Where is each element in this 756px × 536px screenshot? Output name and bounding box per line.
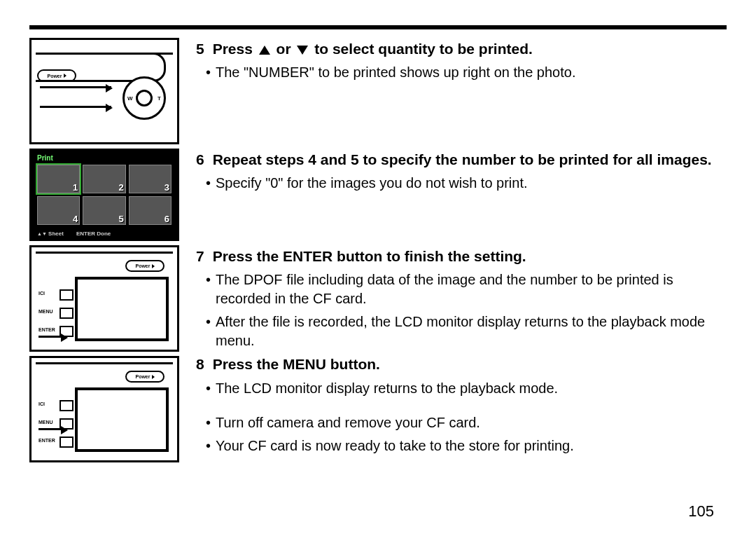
play-icon bbox=[152, 264, 155, 268]
thumbnail: 6 bbox=[129, 196, 172, 225]
figure-step-5: Power W T bbox=[29, 38, 179, 144]
arrow-icon bbox=[40, 106, 111, 108]
print-title: Print bbox=[37, 154, 172, 162]
top-rule bbox=[29, 25, 727, 29]
bullet: Specify "0" for the images you do not wi… bbox=[206, 174, 727, 193]
bullet: Turn off camera and remove your CF card. bbox=[206, 413, 727, 432]
step-8-bullets: The LCD monitor display returns to the p… bbox=[196, 379, 727, 455]
thumbnail: 1 bbox=[37, 165, 80, 193]
step-5-bullets: The "NUMBER" to be printed shows up righ… bbox=[196, 63, 727, 82]
thumbnail: 2 bbox=[83, 165, 125, 193]
up-triangle-icon bbox=[259, 46, 270, 55]
row-step-6: Print 1 2 3 4 5 6 ▲▼ Sheet ENTER Done bbox=[29, 149, 727, 241]
bullet: After the file is recorded, the LCD moni… bbox=[206, 312, 727, 350]
arrow-icon bbox=[38, 336, 66, 338]
play-icon bbox=[64, 74, 66, 78]
row-step-5: Power W T 5 Press bbox=[29, 38, 727, 144]
step-6-bullets: Specify "0" for the images you do not wi… bbox=[196, 174, 727, 193]
power-label: Power bbox=[125, 371, 164, 383]
power-label: Power bbox=[37, 69, 76, 82]
page-number: 105 bbox=[688, 502, 714, 521]
play-icon bbox=[152, 375, 155, 379]
step-5-heading: 5 Press or to select quantity to be prin… bbox=[196, 39, 727, 59]
arrow-icon bbox=[40, 86, 111, 88]
content: Power W T 5 Press bbox=[29, 38, 727, 462]
dpad-icon: W T bbox=[122, 76, 166, 120]
bullet: The "NUMBER" to be printed shows up righ… bbox=[206, 63, 727, 82]
arrow-icon bbox=[38, 428, 66, 430]
figure-step-6: Print 1 2 3 4 5 6 ▲▼ Sheet ENTER Done bbox=[29, 149, 179, 241]
manual-page: Power W T 5 Press bbox=[0, 0, 756, 536]
power-label: Power bbox=[125, 260, 164, 272]
bullet: The LCD monitor display returns to the p… bbox=[206, 379, 727, 398]
figure-step-8: Power ICI MENU ENTER bbox=[29, 356, 179, 462]
step-8-heading: 8 Press the MENU button. bbox=[196, 355, 727, 374]
thumbnail: 3 bbox=[129, 165, 172, 193]
print-footer: ▲▼ Sheet ENTER Done bbox=[37, 231, 172, 237]
down-triangle-icon bbox=[297, 46, 308, 55]
thumbnail: 5 bbox=[83, 196, 125, 225]
step-6-heading: 6 Repeat steps 4 and 5 to specify the nu… bbox=[196, 150, 727, 170]
step-7-bullets: The DPOF file including data of the imag… bbox=[196, 270, 727, 350]
thumbnail: 4 bbox=[37, 196, 80, 225]
bullet: Your CF card is now ready to take to the… bbox=[206, 437, 727, 455]
step-7-heading: 7 Press the ENTER button to finish the s… bbox=[196, 247, 727, 266]
bullet: The DPOF file including data of the imag… bbox=[206, 270, 727, 308]
figure-step-7: Power ICI MENU ENTER bbox=[29, 245, 179, 352]
row-step-7-8: Power ICI MENU ENTER Power ICI bbox=[29, 245, 727, 462]
